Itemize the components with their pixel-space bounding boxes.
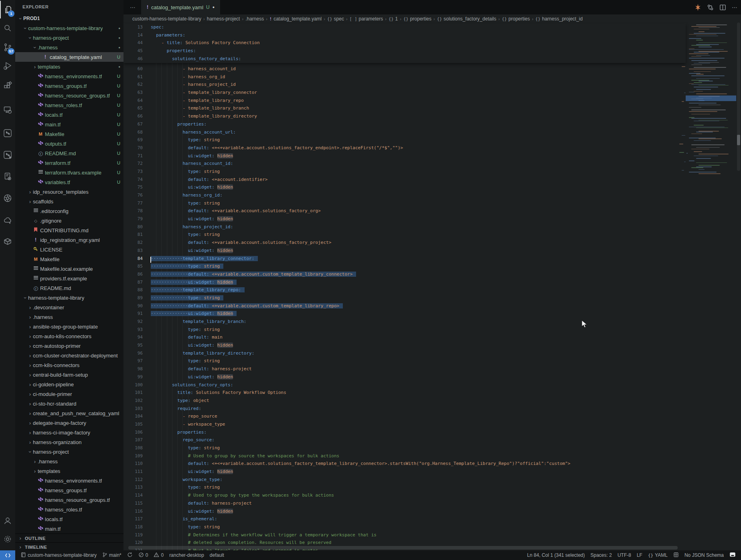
remote-indicator[interactable]	[0, 550, 15, 560]
code-line-111[interactable]: 111 ui:widget: hidden	[124, 468, 686, 476]
tree-folder-harness-project[interactable]: ›harness-project	[15, 447, 124, 457]
code-line-65[interactable]: 65 - template_library_branch	[124, 104, 686, 112]
code-line-88[interactable]: 88············template_library_repo:	[124, 286, 686, 294]
status-sync[interactable]	[124, 552, 136, 559]
tree-folder-custom-harness-template-library[interactable]: ›custom-harness-template-library●	[15, 23, 124, 33]
tree-file-contributing-md[interactable]: CONTRIBUTING.md	[15, 225, 124, 235]
outline-section[interactable]: ›OUTLINE	[15, 534, 124, 542]
more-actions-icon[interactable]: ⋯	[732, 4, 738, 10]
more-actions-icon[interactable]: ⋯	[130, 0, 136, 14]
tree-file-readme-md[interactable]: iREADME.mdU	[15, 148, 124, 158]
tree-file-variables-tf[interactable]: variables.tfU	[15, 177, 124, 187]
status-cursor-position[interactable]: Ln 84, Col 1 (341 selected)	[524, 552, 587, 558]
tree-file-harness-groups-tf[interactable]: harness_groups.tf	[15, 485, 124, 495]
code-line-91[interactable]: 91··············ui:widget: hidden	[124, 310, 686, 318]
code-line-101[interactable]: 101 title: Solutions Factory Workflow Op…	[124, 389, 686, 397]
remote-explorer-icon[interactable]	[0, 101, 15, 119]
code-line-115[interactable]: 115 default: harness-project	[124, 499, 686, 507]
code-line-109[interactable]: 109 # Used to group by source the worksp…	[124, 452, 686, 460]
settings-icon[interactable]	[0, 530, 15, 548]
split-editor-icon[interactable]	[719, 4, 726, 11]
code-line-98[interactable]: 98 default: harness-project	[124, 365, 686, 373]
status-git-branch[interactable]: main*	[99, 552, 124, 559]
accounts-icon[interactable]	[0, 512, 15, 530]
tree-folder-harness-ci-image-factory[interactable]: ›harness-ci-image-factory	[15, 428, 124, 437]
tree-folder-central-build-farm-setup[interactable]: ›central-build-farm-setup	[15, 370, 124, 379]
code-line-97[interactable]: 97 type: string	[124, 357, 686, 365]
code-line-114[interactable]: 114 # Used to group by type the workspac…	[124, 491, 686, 499]
breadcrumb-item-solutions-factory-details[interactable]: {}solutions_factory_details	[437, 16, 496, 22]
code-line-107[interactable]: 107 repo_source:	[124, 436, 686, 444]
compare-changes-icon[interactable]	[707, 4, 714, 11]
tree-folder-ccm-cluster-orchestrator-deployment[interactable]: ›ccm-cluster-orchestrator-deployment	[15, 351, 124, 360]
status-context[interactable]: default	[207, 552, 227, 558]
code-line-119[interactable]: 119 # Determines if the workflow will tr…	[124, 531, 686, 539]
tree-file-providers-tf-example[interactable]: providers.tf.example	[15, 274, 124, 283]
code-line-93[interactable]: 93 type: string	[124, 326, 686, 334]
code-line-85[interactable]: 85··············type: string	[124, 262, 686, 270]
tree-file-harness-resource-groups-tf[interactable]: harness_resource_groups.tfU	[15, 91, 124, 100]
tree-file--editorconfig[interactable]: .editorconfig	[15, 206, 124, 216]
tree-file-outputs-tf[interactable]: outputs.tfU	[15, 139, 124, 148]
editor-pane[interactable]: custom-harness-template-library›harness-…	[124, 14, 741, 550]
tree-file-harness-environments-tf[interactable]: harness_environments.tf	[15, 476, 124, 485]
breadcrumb-item-spec[interactable]: {}spec	[327, 16, 344, 22]
code-line-92[interactable]: 92 template_library_branch:	[124, 318, 686, 326]
tree-folder-ccm-autostop-primer[interactable]: ›ccm-autostop-primer	[15, 341, 124, 351]
status-errors[interactable]: 0	[136, 552, 151, 559]
breadcrumb-item-1[interactable]: {}1	[389, 16, 398, 22]
sticky-line-46[interactable]: 46 solutions_factory_details:	[124, 55, 686, 63]
code-line-69[interactable]: 69 type: string	[124, 136, 686, 144]
code-line-99[interactable]: 99 ui:widget: hidden	[124, 373, 686, 381]
tree-folder-ci-golden-pipeline[interactable]: ›ci-golden-pipeline	[15, 379, 124, 389]
breadcrumb-item--harness[interactable]: .harness	[245, 16, 264, 22]
code-line-94[interactable]: 94 default: main	[124, 333, 686, 341]
code-line-64[interactable]: 64 - template_library_repo	[124, 97, 686, 105]
horizontal-scrollbar[interactable]	[128, 546, 678, 550]
breadcrumb-item-harness-project-id[interactable]: {}harness_project_id	[535, 16, 583, 22]
code-line-60[interactable]: 60 - harness_account_id	[124, 65, 686, 73]
breadcrumb-item-parameters[interactable]: [ ]parameters	[350, 16, 383, 22]
code-line-79[interactable]: 79 ui:widget: hidden	[124, 215, 686, 223]
tree-folder-ansible-step-group-template[interactable]: ›ansible-step-group-template	[15, 322, 124, 331]
code-line-82[interactable]: 82 default: <+variable.account.solutions…	[124, 239, 686, 247]
code-line-76[interactable]: 76 harness_org_id:	[124, 191, 686, 199]
tree-folder--devcontainer[interactable]: ›.devcontainer	[15, 302, 124, 312]
code-line-74[interactable]: 74 default: <+account.identifier>	[124, 176, 686, 184]
status-screencast[interactable]	[727, 552, 739, 559]
tree-folder-scaffolds[interactable]: ›scaffolds	[15, 197, 124, 206]
code-line-67[interactable]: 67 properties:	[124, 120, 686, 128]
status-schema[interactable]: No JSON Schema	[682, 552, 727, 558]
vertical-scrollbar[interactable]	[736, 14, 741, 550]
tree-folder-idp-resource-templates[interactable]: ›idp_resource_templates	[15, 187, 124, 197]
tree-folder-ci-sto-hcr-standard[interactable]: ›ci-sto-hcr-standard	[15, 399, 124, 408]
tree-folder-ccm-k8s-connectors[interactable]: ›ccm-k8s-connectors	[15, 360, 124, 370]
tree-folder-ci-module-primer[interactable]: ›ci-module-primer	[15, 389, 124, 399]
tree-folder-harness-organization[interactable]: ›harness-organization	[15, 437, 124, 447]
code-line-62[interactable]: 62 - harness_project_id	[124, 81, 686, 89]
tree-file-makefile[interactable]: MMakefileU	[15, 129, 124, 139]
modified-dot-icon[interactable]: ●	[213, 5, 215, 9]
tree-folder-create-and-push-new-catalog-yaml[interactable]: ›create_and_push_new_catalog_yaml	[15, 408, 124, 418]
terraform-icon[interactable]	[0, 124, 15, 142]
tree-file-idp-registration-mgr-yaml[interactable]: !idp_registration_mgr.yaml	[15, 235, 124, 245]
code-line-104[interactable]: 104 - repo_source	[124, 412, 686, 420]
status-eol[interactable]: LF	[634, 552, 645, 558]
tree-file-main-tf[interactable]: main.tf	[15, 524, 124, 534]
status-rancher[interactable]: rancher-desktop	[166, 552, 207, 558]
code-line-106[interactable]: 106 properties:	[124, 428, 686, 436]
code-line-72[interactable]: 72 harness_account_id:	[124, 160, 686, 168]
tree-file-main-tf[interactable]: main.tfU	[15, 120, 124, 129]
code-line-113[interactable]: 113 type: string	[124, 483, 686, 491]
breadcrumb-item-properties[interactable]: {}properties	[403, 16, 431, 22]
breadcrumb-item-properties[interactable]: {}properties	[502, 16, 530, 22]
tree-file-harness-roles-tf[interactable]: harness_roles.tfU	[15, 100, 124, 110]
tree-file-catalog-template-yaml[interactable]: !catalog_template.yamlU	[15, 52, 124, 62]
code-line-95[interactable]: 95 ui:widget: hidden	[124, 341, 686, 349]
code-line-61[interactable]: 61 - harness_org_id	[124, 73, 686, 81]
code-line-116[interactable]: 116 ui:widget: hidden	[124, 507, 686, 515]
code-line-112[interactable]: 112 workspace_type:	[124, 476, 686, 484]
code-line-83[interactable]: 83 ui:widget: hidden	[124, 247, 686, 255]
tree-file-license[interactable]: LICENSE	[15, 245, 124, 254]
code-line-68[interactable]: 68 harness_account_url:	[124, 128, 686, 136]
